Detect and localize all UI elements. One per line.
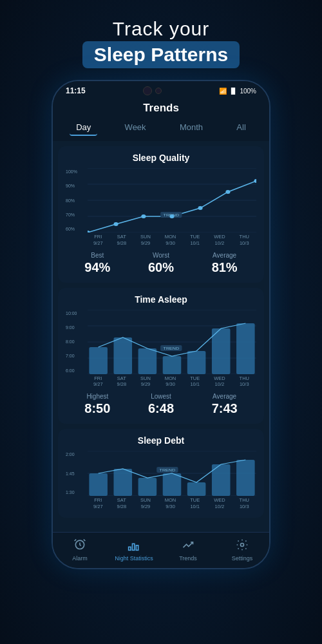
sd-x4: MON9/30 [165,497,176,510]
ta-y5: 10:00 [66,311,84,316]
sq-stat-best: Best 94% [84,252,110,275]
nav-night-stats-label: Night Statistics [115,555,153,562]
ta-stat-high: Highest 8:50 [84,393,110,416]
status-bar: 11:15 📶 ▐▌ 100% [53,81,269,98]
trends-icon [182,538,194,554]
ta-x5: TUE10/1 [190,375,200,388]
sq-best-value: 94% [84,260,110,275]
sq-avg-value: 81% [212,260,238,275]
ta-high-label: Highest [84,393,110,400]
nav-settings[interactable]: Settings [215,538,269,562]
svg-point-10 [169,214,174,218]
ta-x1: FRI9/27 [93,375,103,388]
sq-worst-label: Worst [148,252,174,259]
app-title: Trends [53,98,269,120]
ta-stat-avg: Average 7:43 [212,393,238,416]
tabs-bar: Day Week Month All [53,120,269,141]
alarm-icon [73,538,86,554]
ta-avg-label: Average [212,393,238,400]
svg-point-9 [141,214,146,218]
phone-frame: 11:15 📶 ▐▌ 100% Trends Day Week Month Al… [52,80,270,569]
svg-rect-33 [138,478,157,496]
settings-icon [236,538,249,554]
time-asleep-card: Time Asleep 10:00 9:00 8:00 7:00 6:00 [58,288,264,424]
svg-rect-21 [138,348,157,374]
ta-y1: 6:00 [66,368,84,373]
sleep-debt-chart: TREND [88,451,256,496]
sd-y2: 1:45 [66,471,84,476]
sq-x1: FRI9/27 [93,234,103,247]
svg-rect-25 [236,323,255,374]
sq-avg-label: Average [212,252,238,259]
svg-point-11 [198,206,202,210]
ta-svg: TREND [88,310,256,374]
ta-y3: 8:00 [66,339,84,344]
sq-stat-avg: Average 81% [212,252,238,275]
sd-x7: THU10/3 [240,497,249,510]
svg-rect-32 [113,469,132,496]
sq-svg: TREND [88,168,256,232]
svg-rect-35 [187,482,206,496]
svg-rect-23 [187,351,206,374]
nav-alarm-label: Alarm [72,555,88,562]
sd-svg: TREND [88,451,256,496]
nav-night-stats[interactable]: Night Statistics [107,538,161,562]
sd-x-labels: FRI9/27 SAT9/28 SUN9/29 MON9/30 TUE10/1 … [66,497,256,510]
svg-rect-31 [89,473,108,496]
svg-point-7 [88,231,90,232]
tab-month[interactable]: Month [173,120,209,136]
sq-x7: THU10/3 [240,234,249,247]
svg-rect-34 [163,473,182,496]
bottom-nav: Alarm Night Statistics Trends [53,532,269,568]
sd-x2: SAT9/28 [117,497,126,510]
wifi-icon: 📶 [219,88,227,95]
svg-rect-43 [136,545,138,550]
battery-text: 100% [240,88,256,95]
svg-point-13 [254,179,256,183]
nav-trends-label: Trends [179,555,197,562]
nav-trends[interactable]: Trends [161,538,215,562]
sq-x2: SAT9/28 [117,234,126,247]
sq-worst-value: 60% [148,260,174,275]
svg-rect-19 [89,347,108,374]
ta-high-value: 8:50 [84,401,110,416]
svg-text:TREND: TREND [160,468,176,472]
sq-x6: WED10/2 [214,234,225,247]
sq-x3: SUN9/29 [140,234,151,247]
sd-y3: 2:00 [66,452,84,457]
header-track-text: Track your [82,18,240,40]
sq-y4: 90% [66,184,84,188]
sq-y2: 70% [66,213,84,217]
header-section: Track your Sleep Patterns [70,0,252,80]
ta-y2: 7:00 [66,354,84,358]
camera-dot-small [155,88,162,94]
sq-x5: TUE10/1 [190,234,200,247]
svg-rect-24 [212,328,231,374]
ta-x3: SUN9/29 [140,375,151,388]
tab-week[interactable]: Week [118,120,153,136]
nav-alarm[interactable]: Alarm [53,538,107,562]
sq-stats: Best 94% Worst 60% Average 81% [66,252,256,275]
sq-best-label: Best [84,252,110,259]
time-asleep-title: Time Asleep [66,294,256,305]
sd-x5: TUE10/1 [190,497,200,510]
svg-rect-41 [129,547,131,550]
camera-dot-main [143,86,152,95]
sd-x3: SUN9/29 [140,497,151,510]
sd-x1: FRI9/27 [93,497,103,510]
sd-x6: WED10/2 [214,497,225,510]
ta-avg-value: 7:43 [212,401,238,416]
svg-rect-22 [163,356,182,374]
time-asleep-chart: TREND [88,310,256,374]
svg-rect-42 [133,544,135,550]
status-icons: 📶 ▐▌ 100% [219,88,256,95]
sleep-quality-title: Sleep Quality [66,153,256,163]
tab-day[interactable]: Day [70,120,97,136]
tab-all[interactable]: All [230,120,252,136]
ta-low-value: 6:48 [148,401,174,416]
sq-stat-worst: Worst 60% [148,252,174,275]
sq-x4: MON9/30 [165,234,176,247]
sq-y1: 60% [66,227,84,231]
ta-low-label: Lowest [148,393,174,400]
sq-y5: 100% [66,169,84,174]
